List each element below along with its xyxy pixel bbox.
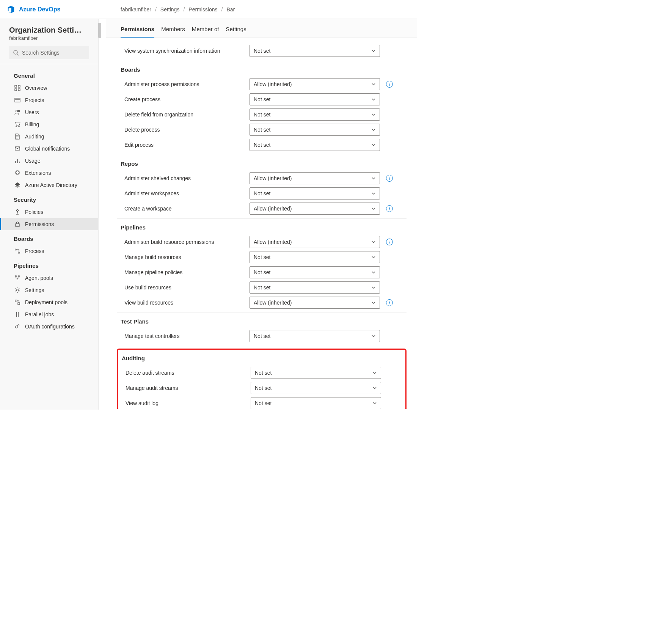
perm-label: Manage pipeline policies — [121, 269, 250, 275]
perm-value: Not set — [254, 127, 270, 133]
sidebar-item-users[interactable]: Users — [0, 106, 98, 118]
sidebar-item-parallel-jobs[interactable]: Parallel jobs — [0, 308, 98, 320]
info-icon[interactable]: i — [386, 205, 393, 212]
svg-point-25 — [17, 279, 18, 280]
perm-row: Manage build resourcesNot set — [121, 250, 403, 265]
perm-select[interactable]: Not set — [250, 45, 380, 57]
search-placeholder: Search Settings — [22, 50, 60, 56]
svg-line-1 — [17, 54, 19, 55]
sidebar-scrollbar[interactable] — [98, 23, 101, 38]
svg-rect-28 — [18, 303, 20, 305]
chevron-down-icon — [371, 97, 376, 102]
perm-select[interactable]: Allow (inherited) — [250, 78, 380, 90]
perm-section-boards: BoardsAdminister process permissionsAllo… — [117, 61, 407, 155]
perm-label: Edit process — [121, 142, 250, 148]
chevron-down-icon — [371, 82, 376, 86]
sidebar-item-process[interactable]: Process — [0, 245, 98, 257]
parallel-icon — [14, 311, 20, 317]
tab-member-of[interactable]: Member of — [192, 26, 219, 38]
sidebar-item-permissions[interactable]: Permissions — [0, 218, 98, 230]
search-input[interactable]: Search Settings — [9, 46, 89, 59]
search-icon — [13, 50, 19, 56]
perm-value: Allow (inherited) — [254, 239, 292, 245]
breadcrumb-item[interactable]: Bar — [226, 6, 235, 13]
perm-row: Create processNot set — [121, 92, 403, 107]
cart-icon — [14, 121, 20, 127]
chevron-down-icon — [371, 143, 376, 147]
perm-select[interactable]: Not set — [250, 139, 380, 151]
info-icon[interactable]: i — [386, 299, 393, 306]
perm-select[interactable]: Not set — [251, 382, 381, 394]
sidebar-item-agent-pools[interactable]: Agent pools — [0, 272, 98, 284]
perm-section-title: Repos — [121, 160, 403, 167]
sidebar-item-auditing[interactable]: Auditing — [0, 130, 98, 143]
grid-icon — [14, 85, 20, 91]
perm-value: Not set — [254, 190, 270, 196]
perm-select[interactable]: Not set — [250, 266, 380, 278]
perm-value: Not set — [254, 284, 270, 291]
perm-value: Not set — [255, 400, 272, 406]
perm-row: Administer shelved changesAllow (inherit… — [121, 171, 403, 186]
breadcrumb-item[interactable]: Settings — [160, 6, 180, 13]
breadcrumb-item[interactable]: Permissions — [188, 6, 217, 13]
sidebar-section-title: General — [0, 67, 98, 82]
perm-select[interactable]: Not set — [250, 281, 380, 294]
tab-permissions[interactable]: Permissions — [121, 26, 154, 38]
info-icon[interactable]: i — [386, 175, 393, 182]
brand-link[interactable]: Azure DevOps — [7, 5, 60, 14]
perm-select[interactable]: Allow (inherited) — [250, 172, 380, 184]
info-icon[interactable]: i — [386, 239, 393, 245]
perm-select[interactable]: Not set — [251, 367, 381, 379]
tab-members[interactable]: Members — [161, 26, 185, 38]
breadcrumb-item[interactable]: fabrikamfiber — [121, 6, 151, 13]
sidebar-item-deployment-pools[interactable]: Deployment pools — [0, 296, 98, 308]
perm-select[interactable]: Allow (inherited) — [250, 203, 380, 215]
aad-icon — [14, 182, 20, 188]
chevron-down-icon — [371, 334, 376, 338]
perm-select[interactable]: Not set — [250, 108, 380, 121]
svg-rect-6 — [15, 98, 20, 102]
tab-settings[interactable]: Settings — [226, 26, 246, 38]
perm-row: Delete processNot set — [121, 122, 403, 137]
chevron-down-icon — [371, 49, 376, 53]
sidebar-item-label: Policies — [25, 209, 43, 215]
perm-row: View build resourcesAllow (inherited)i — [121, 295, 403, 310]
projects-icon — [14, 97, 20, 103]
svg-point-24 — [19, 276, 20, 277]
perm-select[interactable]: Not set — [250, 187, 380, 199]
sidebar-item-policies[interactable]: Policies — [0, 206, 98, 218]
sidebar-item-global-notifications[interactable]: Global notifications — [0, 143, 98, 155]
perm-value: Not set — [254, 269, 270, 275]
sidebar-item-extensions[interactable]: Extensions — [0, 167, 98, 179]
info-icon[interactable]: i — [386, 81, 393, 88]
perm-value: Allow (inherited) — [254, 300, 292, 306]
sidebar-item-oauth-configurations[interactable]: OAuth configurations — [0, 320, 98, 333]
perm-value: Not set — [254, 142, 270, 148]
perm-value: Not set — [254, 112, 270, 118]
breadcrumb-separator: / — [221, 6, 223, 13]
perm-select[interactable]: Not set — [250, 93, 380, 105]
perm-select[interactable]: Not set — [251, 397, 381, 409]
perm-label: Manage build resources — [121, 254, 250, 260]
perm-label: Use build resources — [121, 284, 250, 291]
perm-select[interactable]: Not set — [250, 330, 380, 342]
perm-select[interactable]: Allow (inherited) — [250, 297, 380, 309]
sidebar-item-settings[interactable]: Settings — [0, 284, 98, 296]
sidebar-item-usage[interactable]: Usage — [0, 155, 98, 167]
perm-label: Administer shelved changes — [121, 175, 250, 181]
sidebar-item-azure-active-directory[interactable]: Azure Active Directory — [0, 179, 98, 191]
chevron-down-icon — [372, 371, 377, 375]
svg-rect-4 — [15, 89, 17, 91]
chevron-down-icon — [371, 255, 376, 259]
policy-icon — [14, 209, 20, 215]
perm-label: Delete field from organization — [121, 112, 250, 118]
perm-section-repos: ReposAdminister shelved changesAllow (in… — [117, 155, 407, 219]
svg-point-9 — [18, 110, 20, 112]
sidebar-item-overview[interactable]: Overview — [0, 82, 98, 94]
perm-select[interactable]: Not set — [250, 251, 380, 263]
perm-select[interactable]: Not set — [250, 124, 380, 136]
perm-select[interactable]: Allow (inherited) — [250, 236, 380, 248]
sidebar-item-billing[interactable]: Billing — [0, 118, 98, 130]
process-icon — [14, 248, 20, 254]
sidebar-item-projects[interactable]: Projects — [0, 94, 98, 106]
